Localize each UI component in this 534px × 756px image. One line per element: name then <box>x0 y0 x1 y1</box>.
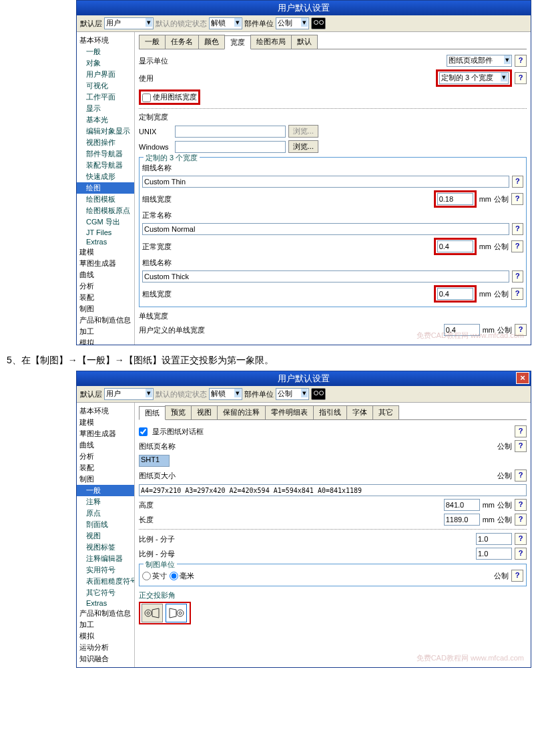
help-icon[interactable]: ? <box>511 193 523 205</box>
scale-num-input[interactable] <box>476 533 512 545</box>
binoculars-icon[interactable] <box>311 388 326 400</box>
tree-item[interactable]: 草图生成器 <box>77 258 134 269</box>
lock-select[interactable]: 解锁 <box>209 17 242 29</box>
thin-width-input[interactable] <box>437 193 473 205</box>
help-icon[interactable]: ? <box>515 72 527 84</box>
scale-den-input[interactable] <box>476 548 512 560</box>
tree-item[interactable]: 装配 <box>77 292 134 303</box>
thin-name-input[interactable] <box>142 176 509 188</box>
tab-partslist[interactable]: 零件明细表 <box>265 405 314 419</box>
windows-input[interactable] <box>175 141 286 153</box>
tree-item[interactable]: 加工 <box>77 326 134 337</box>
tree-item[interactable]: 装配导航器 <box>77 160 134 171</box>
lock-select[interactable]: 解锁 <box>209 388 242 400</box>
tab-font[interactable]: 字体 <box>346 405 373 419</box>
tab-width[interactable]: 宽度 <box>224 35 251 49</box>
sheet-size-input[interactable] <box>139 484 527 496</box>
thick-name-input[interactable] <box>142 270 509 282</box>
sheet-name-input[interactable]: SHT1 <box>139 455 170 467</box>
help-icon[interactable]: ? <box>515 469 527 482</box>
tree-item[interactable]: 建模 <box>77 246 134 258</box>
first-angle-button[interactable] <box>166 604 187 622</box>
browse-button[interactable]: 浏览... <box>288 125 318 138</box>
help-icon[interactable]: ? <box>515 548 527 560</box>
tree-item[interactable]: 可视化 <box>77 80 134 91</box>
tree-item[interactable]: 绘图模板原点 <box>77 205 134 216</box>
tab-general[interactable]: 一般 <box>139 35 166 49</box>
tree-item[interactable]: JT Files <box>77 228 134 237</box>
tree-item[interactable]: 显示 <box>77 103 134 114</box>
tree-item[interactable]: 基本环境 <box>77 35 134 46</box>
tree-item[interactable]: 产品和制造信息 <box>77 608 134 619</box>
tab-leader[interactable]: 指引线 <box>313 405 347 419</box>
tree-item[interactable]: 视图操作 <box>77 137 134 148</box>
help-icon[interactable]: ? <box>511 570 523 582</box>
tree-item[interactable]: 草图生成器 <box>77 428 134 439</box>
tab-preview[interactable]: 预览 <box>165 405 192 419</box>
tree-item[interactable]: 实用符号 <box>77 564 134 576</box>
tree-item[interactable]: 快速成形 <box>77 171 134 182</box>
tree-item[interactable]: 分析 <box>77 280 134 292</box>
tab-default[interactable]: 默认 <box>291 35 318 49</box>
tree-item-selected[interactable]: 绘图 <box>77 182 134 194</box>
tab-view[interactable]: 视图 <box>191 405 218 419</box>
nav-tree[interactable]: 基本环境 建模 草图生成器 曲线 分析 装配 制图 一般 注释 原点 剖面线 视… <box>77 403 135 667</box>
user-select[interactable]: 用户 <box>104 17 154 29</box>
user-select[interactable]: 用户 <box>104 388 154 400</box>
tree-item[interactable]: 模拟 <box>77 630 134 642</box>
tree-item[interactable]: Extras <box>77 598 134 608</box>
tree-item[interactable]: 装配 <box>77 462 134 474</box>
unix-input[interactable] <box>175 126 286 138</box>
tree-item[interactable]: 基本光 <box>77 114 134 126</box>
tree-item[interactable]: 注释编辑器 <box>77 553 134 564</box>
help-icon[interactable]: ? <box>515 440 527 452</box>
help-icon[interactable]: ? <box>512 176 523 188</box>
mm-radio-label[interactable]: 毫米 <box>170 571 194 581</box>
tree-item[interactable]: CGM 导出 <box>77 216 134 228</box>
tree-item[interactable]: 注释 <box>77 496 134 508</box>
help-icon[interactable]: ? <box>515 499 527 511</box>
help-icon[interactable]: ? <box>512 223 523 235</box>
help-icon[interactable]: ? <box>515 533 527 545</box>
tab-color[interactable]: 颜色 <box>198 35 225 49</box>
tree-item[interactable]: 模拟 <box>77 337 134 345</box>
help-icon[interactable]: ? <box>511 240 523 252</box>
tree-item[interactable]: 其它符号 <box>77 587 134 598</box>
tree-item[interactable]: 产品和制造信息 <box>77 315 134 326</box>
tree-item[interactable]: 工作平面 <box>77 91 134 103</box>
tree-item[interactable]: 曲线 <box>77 269 134 280</box>
tab-retained[interactable]: 保留的注释 <box>217 405 266 419</box>
thick-width-input[interactable] <box>437 288 473 300</box>
help-icon[interactable]: ? <box>512 270 523 282</box>
tree-item[interactable]: 编辑对象显示 <box>77 126 134 137</box>
help-icon[interactable]: ? <box>511 288 523 300</box>
inch-radio-label[interactable]: 英寸 <box>142 571 167 581</box>
tab-plotlayout[interactable]: 绘图布局 <box>250 35 292 49</box>
tree-item[interactable]: 制图 <box>77 474 134 485</box>
tree-item[interactable]: 部件导航器 <box>77 148 134 160</box>
tree-item-selected[interactable]: 一般 <box>77 485 134 496</box>
tree-item[interactable]: Extras <box>77 237 134 246</box>
nav-tree[interactable]: 基本环境 一般 对象 用户界面 可视化 工作平面 显示 基本光 编辑对象显示 视… <box>77 32 135 345</box>
show-dialog-checkbox[interactable] <box>139 427 148 436</box>
help-icon[interactable]: ? <box>515 55 527 67</box>
tree-item[interactable]: 原点 <box>77 508 134 519</box>
tree-item[interactable]: 剖面线 <box>77 519 134 530</box>
tree-item[interactable]: 知识融合 <box>77 653 134 665</box>
mm-radio[interactable] <box>170 572 178 580</box>
tab-jobname[interactable]: 任务名 <box>165 35 199 49</box>
tree-item[interactable]: 对象 <box>77 57 134 69</box>
tree-item[interactable]: 用户界面 <box>77 69 134 80</box>
normal-name-input[interactable] <box>142 223 509 235</box>
tree-item[interactable]: 建模 <box>77 417 134 428</box>
third-angle-button[interactable] <box>142 604 163 622</box>
binoculars-icon[interactable] <box>311 17 326 29</box>
unit-select[interactable]: 公制 <box>276 17 309 29</box>
tab-other[interactable]: 其它 <box>372 405 399 419</box>
help-icon[interactable]: ? <box>515 425 527 437</box>
tree-item[interactable]: 加工 <box>77 619 134 630</box>
tree-item[interactable]: 绘图模板 <box>77 194 134 205</box>
unit-select[interactable]: 公制 <box>276 388 309 400</box>
help-icon[interactable]: ? <box>515 514 527 526</box>
tree-item[interactable]: 视图标签 <box>77 542 134 553</box>
